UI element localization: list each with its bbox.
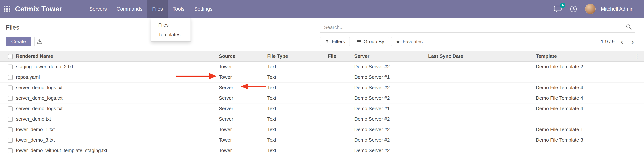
rendered-name-cell: tower_demo_1.txt	[16, 124, 219, 135]
file-cell	[328, 135, 354, 145]
select-all-checkbox[interactable]	[8, 54, 13, 59]
server-cell: Demo Server #2	[354, 62, 428, 72]
app-window: Cetmix Tower Servers Commands Files Tool…	[0, 0, 644, 156]
rendered-name-cell: server_demo_logs.txt	[16, 103, 219, 114]
menu-settings[interactable]: Settings	[189, 0, 217, 18]
create-button[interactable]: Create	[6, 37, 31, 46]
user-name[interactable]: Mitchell Admin	[601, 6, 634, 12]
files-dropdown-menu: Files Templates	[151, 18, 191, 42]
server-cell: Demo Server #2	[354, 93, 428, 103]
template-cell: Demo File Template 2	[536, 62, 644, 72]
template-cell	[536, 72, 644, 82]
template-cell: Demo File Template 4	[536, 103, 644, 114]
row-checkbox[interactable]	[8, 96, 13, 101]
file-type-cell: Text	[267, 145, 328, 156]
source-cell: Tower	[219, 135, 267, 145]
table-header-row: Rendered Name Source File Type File Serv…	[0, 51, 644, 62]
col-header-rendered-name[interactable]: Rendered Name	[16, 51, 219, 62]
pager-previous-icon[interactable]: ‹	[619, 37, 625, 46]
col-header-file-type[interactable]: File Type	[267, 51, 328, 62]
col-header-server[interactable]: Server	[354, 51, 428, 62]
apps-menu-icon[interactable]	[0, 0, 14, 18]
messages-count-badge: 4	[560, 3, 565, 8]
template-cell: Demo File Template 4	[536, 93, 644, 103]
table-row[interactable]: server_demo_logs.txt Server Text Demo Se…	[0, 103, 644, 114]
last-sync-cell	[428, 93, 536, 103]
table-row[interactable]: tower_demo_without_template_staging.txt …	[0, 145, 644, 156]
last-sync-cell	[428, 103, 536, 114]
menu-commands[interactable]: Commands	[112, 0, 147, 18]
table-row[interactable]: tower_demo_1.txt Tower Text Demo Server …	[0, 124, 644, 135]
row-checkbox[interactable]	[8, 85, 13, 90]
menu-servers[interactable]: Servers	[84, 0, 112, 18]
rendered-name-cell: staging_tower_demo_2.txt	[16, 62, 219, 72]
favorites-button[interactable]: ★ Favorites	[391, 37, 428, 46]
row-checkbox[interactable]	[8, 106, 13, 111]
file-cell	[328, 145, 354, 156]
row-checkbox[interactable]	[8, 127, 13, 132]
pager: 1-9 / 9 ‹ ›	[601, 37, 635, 46]
file-type-cell: Text	[267, 124, 328, 135]
template-header-label: Template	[536, 53, 557, 59]
top-menu: Servers Commands Files Tools Settings	[84, 0, 217, 18]
server-cell: Demo Server #2	[354, 124, 428, 135]
optional-columns-icon[interactable]: ⋮	[634, 53, 640, 60]
template-cell: Demo File Template 4	[536, 82, 644, 93]
row-checkbox[interactable]	[8, 148, 13, 153]
col-header-file[interactable]: File	[328, 51, 354, 62]
template-cell	[536, 114, 644, 124]
table-row[interactable]: server_demo.txt Server Text Demo Server …	[0, 114, 644, 124]
row-check-cell	[0, 124, 16, 135]
table-row[interactable]: server_demo_logs.txt Server Text Demo Se…	[0, 93, 644, 103]
file-cell	[328, 93, 354, 103]
source-cell: Server	[219, 82, 267, 93]
download-icon	[37, 39, 43, 45]
messages-button[interactable]: 4	[554, 5, 562, 13]
rendered-name-cell: tower_demo_3.txt	[16, 135, 219, 145]
dropdown-item-files[interactable]: Files	[151, 20, 190, 30]
user-avatar[interactable]	[585, 4, 596, 14]
table-row[interactable]: server_demo_logs.txt Server Text Demo Se…	[0, 82, 644, 93]
source-cell: Server	[219, 103, 267, 114]
col-header-template[interactable]: Template ⋮	[536, 51, 644, 62]
app-brand[interactable]: Cetmix Tower	[15, 5, 62, 13]
file-cell	[328, 72, 354, 82]
rendered-name-cell: server_demo.txt	[16, 114, 219, 124]
table-row[interactable]: staging_tower_demo_2.txt Tower Text Demo…	[0, 62, 644, 72]
file-cell	[328, 62, 354, 72]
row-checkbox[interactable]	[8, 117, 13, 122]
group-by-label: Group By	[364, 39, 384, 45]
col-header-last-sync-date[interactable]: Last Sync Date	[428, 51, 536, 62]
row-checkbox[interactable]	[8, 75, 13, 80]
row-check-cell	[0, 62, 16, 72]
export-button[interactable]	[34, 37, 45, 46]
control-panel-bottom: Create Filters	[6, 37, 635, 46]
rendered-name-cell: server_demo_logs.txt	[16, 93, 219, 103]
table-row[interactable]: repos.yaml Tower Text Demo Server #1	[0, 72, 644, 82]
row-checkbox[interactable]	[8, 65, 13, 69]
menu-files[interactable]: Files	[147, 0, 168, 18]
template-cell	[536, 145, 644, 156]
col-header-source[interactable]: Source	[219, 51, 267, 62]
row-checkbox[interactable]	[8, 138, 13, 143]
row-check-cell	[0, 114, 16, 124]
search-input[interactable]	[320, 22, 635, 32]
pager-range[interactable]: 1-9 / 9	[601, 39, 615, 45]
search-icon[interactable]	[626, 24, 632, 31]
filters-button[interactable]: Filters	[320, 37, 350, 46]
dropdown-item-templates[interactable]: Templates	[151, 30, 190, 39]
clock-icon	[570, 5, 577, 13]
pager-next-icon[interactable]: ›	[630, 37, 635, 46]
action-buttons: Create	[6, 37, 45, 46]
last-sync-cell	[428, 135, 536, 145]
last-sync-cell	[428, 82, 536, 93]
row-check-cell	[0, 145, 16, 156]
menu-tools[interactable]: Tools	[168, 0, 189, 18]
file-type-cell: Text	[267, 114, 328, 124]
file-type-cell: Text	[267, 103, 328, 114]
group-by-button[interactable]: Group By	[352, 37, 389, 46]
activities-button[interactable]	[570, 5, 577, 13]
table-row[interactable]: tower_demo_3.txt Tower Text Demo Server …	[0, 135, 644, 145]
template-cell: Demo File Template 3	[536, 135, 644, 145]
navbar-left: Cetmix Tower Servers Commands Files Tool…	[0, 0, 217, 18]
